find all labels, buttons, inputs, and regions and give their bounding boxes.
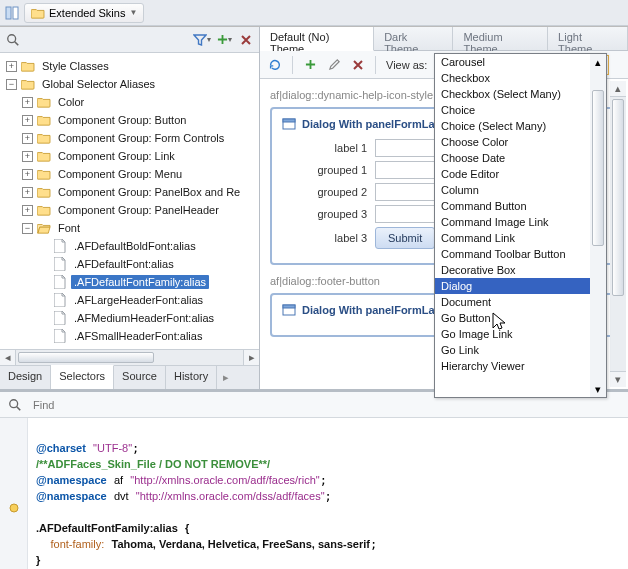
- tree-node[interactable]: .AFDefaultFontFamily:alias: [36, 273, 257, 291]
- theme-tab[interactable]: Dark Theme: [374, 27, 453, 50]
- search-icon[interactable]: [4, 31, 22, 49]
- dropdown-item[interactable]: Command Image Link: [435, 214, 606, 230]
- tree-label: Component Group: Menu: [55, 167, 185, 181]
- folder-icon: [36, 202, 52, 218]
- add-icon[interactable]: ▾: [215, 31, 233, 49]
- form-label: label 1: [282, 142, 367, 154]
- find-input[interactable]: [30, 396, 622, 414]
- tabs-overflow-icon[interactable]: ▸: [217, 366, 235, 389]
- delete-icon[interactable]: [349, 56, 367, 74]
- text-input[interactable]: [375, 161, 435, 179]
- add-icon[interactable]: [301, 56, 319, 74]
- dropdown-item[interactable]: Choose Color: [435, 134, 606, 150]
- filter-icon[interactable]: ▾: [193, 31, 211, 49]
- dropdown-scrollbar[interactable]: ▴▾: [590, 54, 606, 397]
- dropdown-item[interactable]: Go Link: [435, 342, 606, 358]
- scroll-down-icon[interactable]: ▾: [610, 371, 626, 387]
- file-icon: [52, 292, 68, 308]
- panes-icon[interactable]: [4, 5, 20, 21]
- tab-selectors[interactable]: Selectors: [51, 365, 114, 389]
- dropdown-item[interactable]: Dialog: [435, 278, 606, 294]
- expand-icon[interactable]: +: [22, 151, 33, 162]
- scroll-right-icon[interactable]: ▸: [243, 350, 259, 365]
- file-icon: [52, 328, 68, 344]
- dropdown-item[interactable]: Checkbox (Select Many): [435, 86, 606, 102]
- tree-node[interactable]: −Global Selector Aliases: [4, 75, 257, 93]
- dropdown-item[interactable]: Go Button: [435, 310, 606, 326]
- folder-icon: [36, 148, 52, 164]
- title-bar: Extended Skins ▼: [0, 0, 628, 26]
- tree-label: .AFDefaultFontFamily:alias: [71, 275, 209, 289]
- dropdown-item[interactable]: Command Button: [435, 198, 606, 214]
- scroll-thumb[interactable]: [612, 99, 624, 296]
- expand-icon[interactable]: +: [22, 133, 33, 144]
- tree-node[interactable]: +Component Group: Form Controls: [20, 129, 257, 147]
- expand-icon[interactable]: +: [22, 97, 33, 108]
- dropdown-item[interactable]: Hierarchy Viewer: [435, 358, 606, 374]
- collapse-icon[interactable]: −: [22, 223, 33, 234]
- dropdown-item[interactable]: Code Editor: [435, 166, 606, 182]
- scroll-thumb[interactable]: [18, 352, 154, 363]
- expand-icon[interactable]: +: [6, 61, 17, 72]
- search-icon[interactable]: [6, 396, 24, 414]
- tree-label: .AFDefaultBoldFont:alias: [71, 239, 199, 253]
- edit-icon[interactable]: [325, 56, 343, 74]
- tab-source[interactable]: Source: [114, 366, 166, 389]
- tree-node[interactable]: +Component Group: PanelBox and Re: [20, 183, 257, 201]
- form-label: grouped 3: [282, 208, 367, 220]
- tree-node[interactable]: .AFMediumHeaderFont:alias: [36, 309, 257, 327]
- refresh-icon[interactable]: [266, 56, 284, 74]
- tab-design[interactable]: Design: [0, 366, 51, 389]
- dropdown-item[interactable]: Choice (Select Many): [435, 118, 606, 134]
- text-input[interactable]: [375, 205, 435, 223]
- theme-tab[interactable]: Light Theme: [548, 27, 628, 50]
- tree-node[interactable]: +Color: [20, 93, 257, 111]
- theme-tab[interactable]: Default (No) Theme: [260, 27, 374, 51]
- dropdown-item[interactable]: Choose Date: [435, 150, 606, 166]
- text-input[interactable]: [375, 183, 435, 201]
- dropdown-item[interactable]: Command Toolbar Button: [435, 246, 606, 262]
- tree-node[interactable]: +Component Group: Menu: [20, 165, 257, 183]
- tree-node[interactable]: .AFLargeHeaderFont:alias: [36, 291, 257, 309]
- theme-tab[interactable]: Medium Theme: [453, 27, 548, 50]
- dropdown-item[interactable]: Go Image Link: [435, 326, 606, 342]
- file-icon: [52, 310, 68, 326]
- tree-label: .AFLargeHeaderFont:alias: [71, 293, 206, 307]
- expand-icon[interactable]: +: [22, 169, 33, 180]
- viewas-dropdown[interactable]: CarouselCheckboxCheckbox (Select Many)Ch…: [434, 53, 607, 398]
- expand-icon[interactable]: +: [22, 115, 33, 126]
- dropdown-item[interactable]: Command Link: [435, 230, 606, 246]
- dialog-icon: [282, 303, 296, 317]
- tree-label: Global Selector Aliases: [39, 77, 158, 91]
- tree-node[interactable]: .AFSmallHeaderFont:alias: [36, 327, 257, 345]
- breadcrumb-extended-skins[interactable]: Extended Skins ▼: [24, 3, 144, 23]
- delete-icon[interactable]: [237, 31, 255, 49]
- tab-history[interactable]: History: [166, 366, 217, 389]
- text-input[interactable]: [375, 139, 435, 157]
- dropdown-item[interactable]: Column: [435, 182, 606, 198]
- scroll-left-icon[interactable]: ◂: [0, 350, 16, 365]
- expand-icon: [38, 277, 49, 288]
- dropdown-item[interactable]: Document: [435, 294, 606, 310]
- tree-h-scrollbar[interactable]: ◂ ▸: [0, 349, 259, 365]
- tree-node[interactable]: −Font: [20, 219, 257, 237]
- tree-node[interactable]: .AFDefaultFont:alias: [36, 255, 257, 273]
- expand-icon[interactable]: +: [22, 187, 33, 198]
- tree-node[interactable]: +Component Group: PanelHeader: [20, 201, 257, 219]
- source-editor[interactable]: @charset "UTF-8"; /**ADFFaces_Skin_File …: [0, 418, 628, 569]
- tree-node[interactable]: .AFDefaultBoldFont:alias: [36, 237, 257, 255]
- expand-icon[interactable]: +: [22, 205, 33, 216]
- tree-scroll[interactable]: +Style Classes−Global Selector Aliases+C…: [0, 53, 259, 349]
- dropdown-item[interactable]: Carousel: [435, 54, 606, 70]
- tree-node[interactable]: +Component Group: Button: [20, 111, 257, 129]
- dropdown-item[interactable]: Decorative Box: [435, 262, 606, 278]
- submit-button[interactable]: Submit: [375, 227, 435, 249]
- collapse-icon[interactable]: −: [6, 79, 17, 90]
- tree-node[interactable]: +Component Group: Link: [20, 147, 257, 165]
- folder-icon: [36, 130, 52, 146]
- tree-node[interactable]: +Style Classes: [4, 57, 257, 75]
- dropdown-item[interactable]: Choice: [435, 102, 606, 118]
- dropdown-item[interactable]: Checkbox: [435, 70, 606, 86]
- scroll-up-icon[interactable]: ▴: [610, 81, 626, 97]
- preview-v-scrollbar[interactable]: ▴ ▾: [610, 81, 626, 387]
